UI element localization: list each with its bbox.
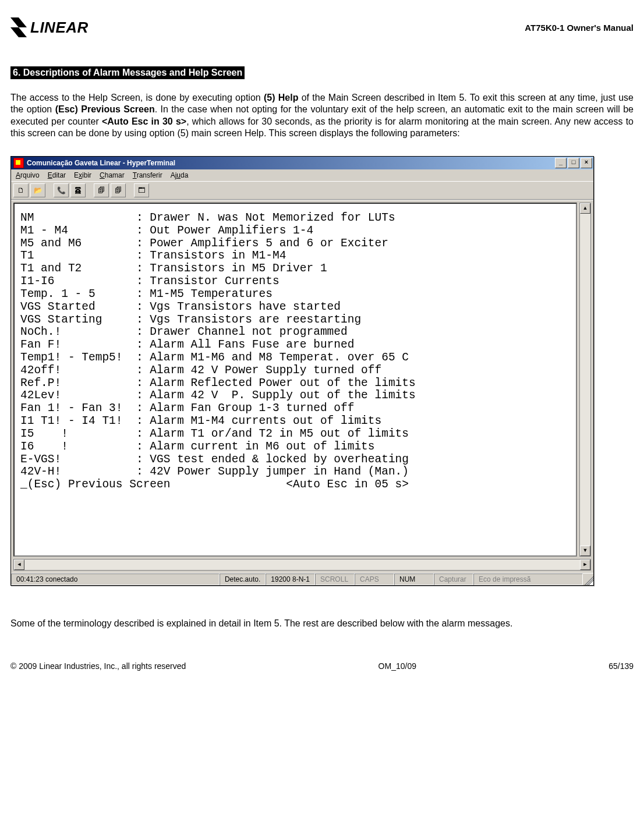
intro-text: The access to the Help Screen, is done b… bbox=[10, 93, 264, 102]
page-header: LINEAR AT75K0-1 Owner's Manual bbox=[10, 17, 634, 37]
brand-logo: LINEAR bbox=[10, 17, 89, 37]
page-footer: © 2009 Linear Industries, Inc., all righ… bbox=[10, 661, 634, 671]
logo-icon bbox=[10, 17, 27, 37]
status-num: NUM bbox=[394, 573, 434, 585]
scroll-down-icon[interactable]: ▼ bbox=[580, 546, 590, 556]
brand-text: LINEAR bbox=[30, 19, 89, 37]
toolbar: 🗋📂📞🖀🗐🗐🗔 bbox=[11, 181, 593, 200]
horizontal-scrollbar[interactable]: ◄ ► bbox=[13, 559, 591, 571]
minimize-button[interactable]: _ bbox=[555, 158, 567, 168]
statusbar: 00:41:23 conectado Detec.auto. 19200 8-N… bbox=[11, 573, 593, 585]
vertical-scrollbar[interactable]: ▲ ▼ bbox=[579, 203, 591, 557]
properties-icon[interactable]: 🗔 bbox=[134, 183, 149, 197]
section-heading: 6. Descriptions of Alarm Messages and He… bbox=[10, 66, 245, 79]
open-doc-icon[interactable]: 📂 bbox=[30, 183, 45, 197]
terminal-output[interactable]: NM : Drawer N. was Not Memorized for LUT… bbox=[13, 203, 577, 557]
status-caps: CAPS bbox=[355, 573, 394, 585]
closing-paragraph: Some of the terminology described is exp… bbox=[10, 618, 634, 629]
footer-doc-code: OM_10/09 bbox=[378, 661, 416, 671]
status-echo: Eco de impressã bbox=[473, 573, 583, 585]
status-scroll: SCROLL bbox=[315, 573, 355, 585]
menu-editar[interactable]: Editar bbox=[48, 171, 66, 179]
document-label: AT75K0-1 Owner's Manual bbox=[525, 23, 634, 33]
menu-chamar[interactable]: Chamar bbox=[100, 171, 125, 179]
new-doc-icon[interactable]: 🗋 bbox=[13, 183, 29, 197]
status-time: 00:41:23 conectado bbox=[11, 573, 220, 585]
disconnect-icon[interactable]: 🖀 bbox=[70, 183, 86, 197]
intro-paragraph: The access to the Help Screen, is done b… bbox=[10, 92, 634, 140]
footer-page-number: 65/139 bbox=[608, 661, 634, 671]
status-baud: 19200 8-N-1 bbox=[266, 573, 315, 585]
footer-copyright: © 2009 Linear Industries, Inc., all righ… bbox=[10, 661, 186, 671]
scroll-track[interactable] bbox=[580, 214, 590, 546]
menu-arquivo[interactable]: Arquivo bbox=[16, 171, 40, 179]
app-icon bbox=[13, 158, 24, 168]
hyperterminal-window: Comunicação Gaveta Linear - HyperTermina… bbox=[10, 156, 594, 586]
menu-ajuda[interactable]: Ajuda bbox=[171, 171, 189, 179]
intro-bold-esc: (Esc) Previous Screen bbox=[55, 104, 155, 114]
window-buttons: _ □ × bbox=[555, 158, 592, 168]
status-detect: Detec.auto. bbox=[220, 573, 266, 585]
intro-bold-help: (5) Help bbox=[264, 93, 298, 102]
menu-transferir[interactable]: Transferir bbox=[133, 171, 162, 179]
scroll-right-icon[interactable]: ► bbox=[580, 560, 590, 570]
scroll-up-icon[interactable]: ▲ bbox=[580, 203, 590, 214]
window-titlebar[interactable]: Comunicação Gaveta Linear - HyperTermina… bbox=[11, 157, 593, 169]
svg-marker-1 bbox=[10, 27, 27, 37]
window-title: Comunicação Gaveta Linear - HyperTermina… bbox=[27, 159, 175, 167]
resize-grip-icon[interactable] bbox=[583, 573, 593, 585]
status-capture: Capturar bbox=[434, 573, 473, 585]
send-icon[interactable]: 🗐 bbox=[94, 183, 109, 197]
menubar: Arquivo Editar Exibir Chamar Transferir … bbox=[11, 169, 593, 181]
scroll-left-icon[interactable]: ◄ bbox=[14, 560, 24, 570]
intro-bold-counter: <Auto Esc in 30 s> bbox=[102, 116, 186, 126]
menu-exibir[interactable]: Exibir bbox=[74, 171, 91, 179]
connect-icon[interactable]: 📞 bbox=[54, 183, 69, 197]
svg-marker-0 bbox=[10, 17, 27, 27]
maximize-button[interactable]: □ bbox=[568, 158, 579, 168]
scroll-track[interactable] bbox=[24, 560, 580, 570]
receive-icon[interactable]: 🗐 bbox=[111, 183, 126, 197]
close-button[interactable]: × bbox=[581, 158, 592, 168]
